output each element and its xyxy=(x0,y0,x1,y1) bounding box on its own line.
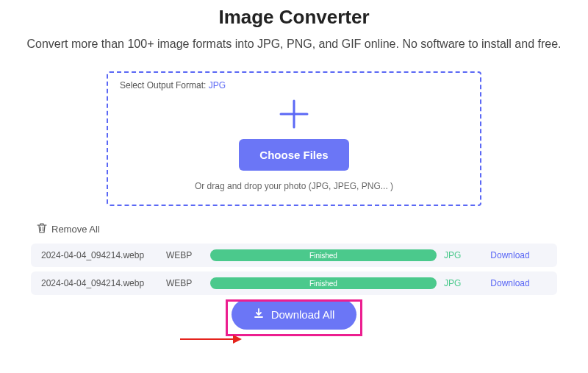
remove-all-label: Remove All xyxy=(51,224,100,235)
file-input-type: WEBP xyxy=(166,278,203,288)
file-row: 2024-04-04_094214.webp WEBP Finished JPG… xyxy=(31,271,557,295)
progress-bar: Finished xyxy=(210,277,437,289)
progress-bar: Finished xyxy=(210,249,437,261)
drag-hint-text: Or drag and drop your photo (JPG, JPEG, … xyxy=(120,181,468,191)
download-all-button[interactable]: Download All xyxy=(232,299,357,330)
progress-status: Finished xyxy=(309,252,337,260)
output-format-value: JPG xyxy=(209,80,226,90)
svg-marker-5 xyxy=(233,335,242,344)
file-output-type: JPG xyxy=(444,278,473,288)
trash-icon xyxy=(37,222,47,236)
download-icon xyxy=(254,308,264,321)
file-name: 2024-04-04_094214.webp xyxy=(41,278,166,288)
output-format-selector[interactable]: Select Output Format: JPG xyxy=(120,80,468,90)
file-output-type: JPG xyxy=(444,250,473,260)
progress-status: Finished xyxy=(309,280,337,288)
file-row: 2024-04-04_094214.webp WEBP Finished JPG… xyxy=(31,244,557,267)
choose-files-button[interactable]: Choose Files xyxy=(239,139,348,171)
download-link[interactable]: Download xyxy=(473,250,547,260)
page-title: Image Converter xyxy=(22,6,566,29)
remove-all-button[interactable]: Remove All xyxy=(37,222,566,236)
page-subtitle: Convert more than 100+ image formats int… xyxy=(22,38,566,51)
upload-dropzone[interactable]: Select Output Format: JPG Choose Files O… xyxy=(107,71,481,206)
file-input-type: WEBP xyxy=(166,250,203,260)
file-name: 2024-04-04_094214.webp xyxy=(41,250,166,260)
output-format-label: Select Output Format: xyxy=(120,80,209,90)
plus-icon xyxy=(120,98,468,130)
download-all-label: Download All xyxy=(271,308,335,321)
download-link[interactable]: Download xyxy=(473,278,547,288)
annotation-arrow-icon xyxy=(180,332,243,349)
